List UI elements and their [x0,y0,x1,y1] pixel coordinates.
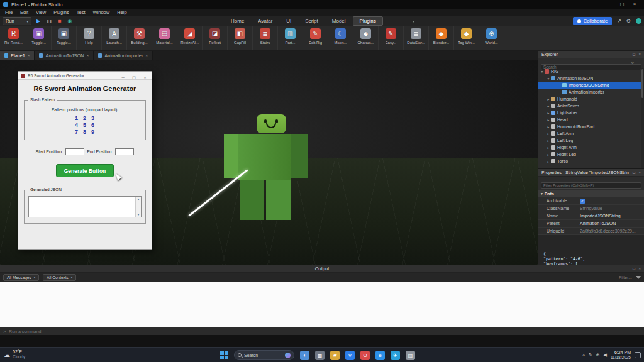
menu-item[interactable]: File [1,9,16,15]
window-maximize-button[interactable]: ▢ [616,2,628,7]
scroll-up-icon[interactable]: ▲ [137,197,140,201]
explorer-tree-item[interactable]: ▸ Right Arm [538,144,641,151]
close-icon[interactable]: × [638,266,641,271]
menu-item[interactable]: Edit [16,9,32,15]
user-avatar[interactable] [636,18,641,24]
contexts-filter-dropdown[interactable]: All Contexts ▾ [43,274,76,281]
explorer-tree-item[interactable]: ▸ Head [538,116,641,123]
explorer-tree-item[interactable]: ▸ Torso [538,158,641,165]
play-button[interactable]: ▶ [36,18,40,24]
explorer-tree-item[interactable]: ▸ Lightsaber [538,109,641,116]
expand-arrow-icon[interactable]: ▸ [546,97,551,101]
scroll-down-icon[interactable]: ▼ [137,212,140,216]
messages-filter-dropdown[interactable]: All Messages ▾ [3,274,39,281]
taskbar-search-box[interactable]: Search [234,350,294,360]
close-icon[interactable]: × [638,170,641,175]
ribbon-tab[interactable]: Avatar [251,16,279,26]
expand-arrow-icon[interactable]: ▸ [546,111,551,115]
property-value[interactable]: ImportedJSONString [577,214,644,218]
document-tab[interactable]: AnimationToJSON × [35,51,94,60]
plugin-button[interactable]: ▥ Part... [278,26,303,50]
pin-icon[interactable]: ⊡ [632,170,635,175]
plugin-button[interactable]: ✎ Easy... [379,26,404,50]
explorer-tree-item[interactable]: ▸ Right Leg [538,151,641,158]
taskbar-weather-widget[interactable]: ☁ 52°F Cloudy [4,349,25,359]
explorer-tree-item[interactable]: ▸ HumanoidRootPart [538,123,641,130]
output-log-area[interactable] [0,282,644,327]
edge-icon[interactable]: e [375,351,385,360]
filter-funnel-icon[interactable] [636,276,641,279]
end-position-input[interactable] [115,148,134,155]
expand-arrow-icon[interactable]: ▸ [546,146,551,150]
menu-item[interactable]: Help [113,9,130,15]
data-section-header[interactable]: ▾ Data [538,190,644,197]
expand-arrow-icon[interactable]: ▸ [546,132,551,136]
expand-arrow-icon[interactable]: ▸ [546,118,551,122]
windows-start-button[interactable] [220,351,228,359]
record-button[interactable]: ◉ [68,18,72,24]
explorer-tree-item[interactable]: ▸ Left Arm [538,130,641,137]
property-value[interactable]: 2a0fa9b3d1dcece3092e29... [577,229,644,233]
collaborate-button[interactable]: Collaborate [573,17,612,25]
property-row[interactable]: Archivable ✓ [538,197,644,205]
window-close-button[interactable]: × [628,2,641,7]
expand-arrow-icon[interactable]: ▸ [546,125,551,129]
expand-arrow-icon[interactable]: ▸ [546,160,551,163]
explorer-tree-item[interactable]: ▾ RIG [538,68,641,75]
dialog-close-button[interactable]: × [141,75,149,79]
file-explorer-icon[interactable]: ▰ [330,351,340,360]
close-icon[interactable]: × [28,53,30,57]
task-view-icon[interactable]: ▦ [315,351,325,360]
run-mode-dropdown[interactable]: Run ▾ [3,17,31,25]
taskbar-clock[interactable]: 6:24 PM 11/18/2025 [611,350,631,360]
menu-item[interactable]: Test [73,9,89,15]
explorer-tree-item[interactable]: ▸ Humanoid [538,96,641,102]
plugin-button[interactable]: ◢ ResizeAl... [177,26,203,50]
expand-arrow-icon[interactable]: ▸ [546,139,551,143]
plugin-button[interactable]: ≣ Stairs [253,26,278,50]
property-row[interactable]: ClassName ✓ StringValue [538,205,644,212]
menu-item[interactable]: Window [89,9,114,15]
ribbon-tab[interactable]: Script [298,16,325,26]
explorer-scrollbar[interactable] [641,68,644,168]
expand-arrow-icon[interactable]: ▾ [540,70,545,74]
output-filter-input[interactable] [563,275,632,280]
plugin-button[interactable]: A Launch... [102,26,127,50]
plugin-button[interactable]: ◪ Reflect [203,26,228,50]
notification-center-icon[interactable] [635,352,641,358]
textarea-scrollbar[interactable]: ▲ ▼ [135,197,141,217]
plugin-button[interactable]: ◆ Blender... [429,26,454,50]
menu-item[interactable]: View [32,9,50,15]
explorer-tree-item[interactable]: AnimationImporter [538,89,641,96]
explorer-tree-item[interactable]: ▾ AnimationToJSON [538,75,641,82]
plugin-button[interactable]: ⊕ World... [479,26,504,50]
notepad-icon[interactable]: ▤ [406,351,415,360]
start-position-input[interactable] [65,148,84,155]
plugin-button[interactable]: ? Help [77,26,102,50]
document-tab[interactable]: AnimationImporter × [94,51,153,60]
property-value[interactable]: StringValue [577,206,644,211]
plugin-button[interactable]: ▣ Toggle... [52,26,77,50]
plugin-button[interactable]: R Ro-Rend... [1,26,26,50]
property-value[interactable]: AnimationToJSON [577,221,644,226]
vscode-icon[interactable]: V [345,351,355,360]
plugin-button[interactable]: ◧ GapFill [228,26,253,50]
plugin-button[interactable]: ☾ Moon... [328,26,353,50]
share-icon[interactable]: ↗ [617,18,621,24]
explorer-tree-item[interactable]: ▸ AnimSaves [538,102,641,109]
more-options-icon[interactable]: ⋯ [636,60,640,65]
plugin-button[interactable]: ≣ DataStor... [404,26,429,50]
telegram-icon[interactable]: ✈ [391,351,400,360]
refresh-icon[interactable]: ↻ [631,60,634,65]
ribbon-overflow-caret[interactable]: ▾ [406,19,421,23]
checkbox-checked-icon[interactable]: ✓ [580,199,585,204]
close-icon[interactable]: × [87,53,89,57]
plugin-button[interactable]: ◆ Tag Win... [454,26,479,50]
tray-chevron-up-icon[interactable]: ^ [583,353,585,358]
plugin-button[interactable]: ✎ Edit Rig [303,26,328,50]
dialog-maximize-button[interactable]: ▢ [130,75,138,79]
dialog-minimize-button[interactable]: ─ [119,75,127,79]
properties-filter-input[interactable] [541,182,641,189]
plugin-button[interactable]: ⚒ Building... [127,26,152,50]
generated-json-textarea[interactable]: ▲ ▼ [28,196,142,217]
